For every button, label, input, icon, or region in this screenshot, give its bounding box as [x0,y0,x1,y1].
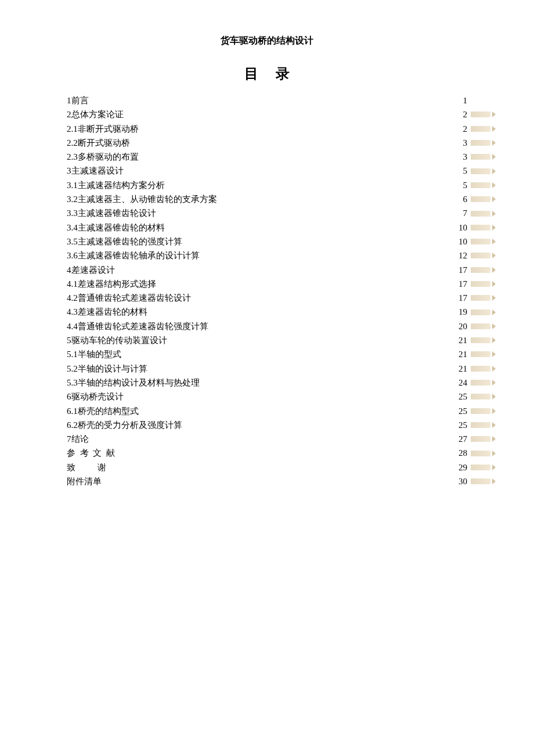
paragraph-marker-icon [492,451,499,456]
toc-entry-page: 21 [459,347,467,361]
toc-entry-number: 6.1 [67,404,78,418]
line-end-marker-icon [471,126,490,132]
toc-entry-page: 5 [463,178,468,192]
toc-entry-page: 2 [463,122,468,136]
toc-entry-text: 结论 [71,432,89,446]
toc-entry-number: 3.3 [67,206,78,220]
toc-dots-leader [182,236,459,244]
toc-entry-number: 4 [67,263,71,277]
toc-entry: 3.6 主减速器锥齿轮轴承的设计计算12 [67,249,467,262]
toc-dots-leader [119,447,459,456]
line-end-marker-icon [471,351,490,357]
toc-entry: 3.2 主减速器主、从动锥齿轮的支承方案6 [67,192,467,206]
paragraph-marker-icon [492,111,499,117]
toc-entry-number: 2.1 [67,122,78,136]
line-end-marker-icon [471,309,490,315]
line-end-marker-icon [471,380,490,386]
line-end-marker-icon [471,422,490,428]
paragraph-marker-icon [492,182,499,188]
toc-dots-leader [167,334,459,343]
toc-entry-page: 20 [459,319,467,333]
toc-dots-leader [147,363,459,372]
toc-dots-leader [115,264,459,273]
toc-entry: 2 总体方案论证2 [67,107,467,121]
toc-dots-leader [130,137,463,146]
toc-entry-page: 12 [459,249,467,262]
toc-entry-text: 半轴的型式 [78,347,121,361]
line-end-marker-icon [471,182,490,188]
toc-entry-number: 1 [67,93,71,107]
toc-entry-page: 1 [463,93,468,107]
paragraph-marker-icon [492,366,499,372]
line-end-marker-icon [471,211,490,217]
paragraph-marker-icon [492,253,499,258]
toc-entry-text: 主减速器设计 [71,164,124,178]
toc-entry-number: 3 [67,164,71,178]
toc-entry-text: 主减速器锥齿轮的强度计算 [78,235,182,249]
toc-dots-leader [208,321,459,329]
toc-entry-text: 差速器设计 [71,263,115,277]
toc-dots-leader [217,193,463,202]
toc-entry-text: 致谢 [67,460,128,474]
toc-entry: 2.3 多桥驱动的布置3 [67,150,467,164]
toc-entry-page: 21 [459,362,467,376]
paragraph-marker-icon [492,140,499,146]
toc-entry-page: 2 [463,107,468,121]
line-end-marker-icon [471,154,490,160]
toc-entry-number: 2.2 [67,136,78,150]
line-end-marker-icon [471,323,490,329]
toc-entry-text: 主减速器锥齿轮轴承的设计计算 [78,249,200,262]
toc-entry-page: 25 [459,404,467,418]
toc-entry-page: 10 [459,235,467,249]
line-end-marker-icon [471,366,490,372]
toc-entry: 5 驱动车轮的传动装置设计21 [67,333,467,347]
toc-entry-text: 多桥驱动的布置 [78,150,139,164]
toc-dots-leader [182,419,459,428]
toc-entry-text: 半轴的结构设计及材料与热处理 [78,376,200,390]
toc-entry: 4 差速器设计17 [67,263,467,277]
toc-entry-page: 17 [459,277,467,291]
toc-entry: 7 结论27 [67,432,467,446]
toc-dots-leader [147,306,459,315]
toc-entry: 3 主减速器设计5 [67,164,467,178]
toc-list: 1前言12 总体方案论证22.1 非断开式驱动桥22.2 断开式驱动桥32.3 … [67,93,467,488]
toc-entry-number: 5 [67,333,71,347]
toc-entry: 4.4 普通锥齿轮式差速器齿轮强度计算20 [67,319,467,333]
toc-entry: 5.1 半轴的型式21 [67,347,467,361]
line-end-marker-icon [471,168,490,174]
toc-entry: 6 驱动桥壳设计25 [67,390,467,404]
toc-entry-page: 6 [463,192,468,206]
toc-dots-leader [124,109,463,117]
paragraph-marker-icon [492,239,499,244]
paragraph-marker-icon [492,309,499,315]
paragraph-marker-icon [492,126,499,132]
toc-entry-number: 6.2 [67,418,78,432]
line-end-marker-icon [471,281,490,287]
toc-entry: 2.2 断开式驱动桥3 [67,136,467,150]
toc-dots-leader [89,95,463,103]
paragraph-marker-icon [492,211,499,217]
toc-entry: 4.1 差速器结构形式选择17 [67,277,467,291]
toc-entry-number: 3.6 [67,249,78,262]
toc-entry-number: 6 [67,390,71,404]
toc-entry: 3.1 主减速器结构方案分析5 [67,178,467,192]
toc-entry-number: 3.4 [67,221,78,235]
toc-entry-number: 2.3 [67,150,78,164]
toc-entry-number: 7 [67,432,71,446]
toc-entry-page: 24 [459,376,467,390]
toc-entry: 3.3 主减速器锥齿轮设计7 [67,206,467,220]
toc-entry-text: 普通锥齿轮式差速器齿轮设计 [78,291,191,305]
toc-entry-text: 主减速器结构方案分析 [78,178,165,192]
toc-entry: 2.1 非断开式驱动桥2 [67,122,467,136]
toc-entry-page: 10 [459,221,467,235]
toc-entry: 1前言1 [67,93,467,107]
toc-entry-page: 25 [459,418,467,432]
paragraph-marker-icon [492,154,499,160]
toc-dots-leader [200,250,459,258]
toc-dots-leader [128,462,459,470]
toc-dots-leader [89,433,459,442]
toc-entry-text: 驱动桥壳设计 [71,390,124,404]
toc-entry-page: 30 [459,474,467,488]
line-end-marker-icon [471,478,490,484]
toc-entry-number: 3.1 [67,178,78,192]
